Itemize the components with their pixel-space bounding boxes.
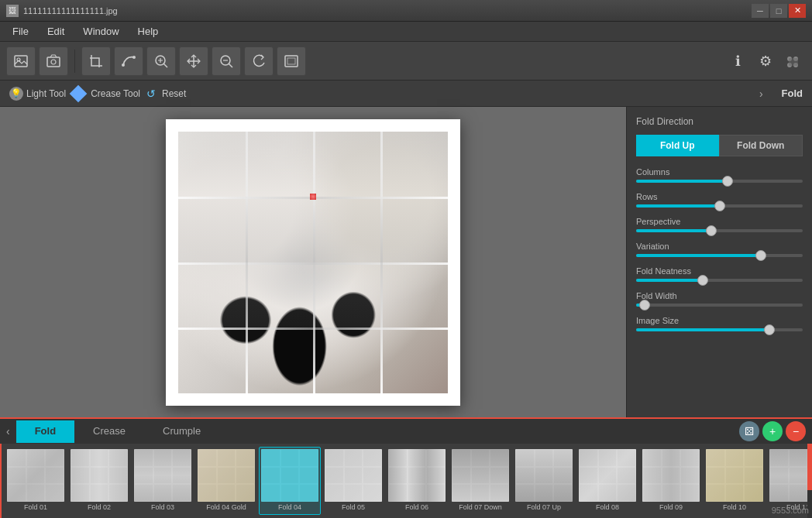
preset-cell [90,467,109,485]
preset-cell [7,449,26,467]
preset-item-fold09[interactable]: Fold 09 [640,447,702,515]
preset-cell [7,484,26,502]
fold-neatness-track[interactable] [636,279,803,282]
fold-width-thumb[interactable] [639,300,650,310]
random-preset-button[interactable]: ⚄ [739,421,759,441]
preset-cell [769,467,789,485]
add-preset-button[interactable]: + [762,421,783,441]
info-button[interactable]: ℹ [725,49,750,74]
image-size-track[interactable] [636,328,803,331]
menu-window[interactable]: Window [74,24,128,39]
light-tool-icon: 💡 [9,87,23,101]
image-wrapper [166,119,460,406]
image-tool-button[interactable] [6,46,36,76]
fold-neatness-slider-group: Fold Neatness [636,266,803,282]
preset-label-fold08: Fold 08 [596,503,619,511]
fold-neatness-thumb[interactable] [697,275,708,286]
preset-cell [426,449,446,467]
fold-down-button[interactable]: Fold Down [719,135,803,156]
preset-cell [471,449,490,467]
preset-cell [26,467,46,485]
preset-item-fold02[interactable]: Fold 02 [68,447,130,515]
tab-bar-chevron[interactable]: ‹ [6,425,10,437]
preset-cell [769,449,789,467]
maximize-button[interactable]: □ [770,4,787,18]
crease-tool-item[interactable]: Crease Tool [72,87,140,100]
close-button[interactable]: ✕ [789,4,806,18]
preset-item-fold07down[interactable]: Fold 07 Down [449,447,511,515]
scrollbar-thumb[interactable] [807,444,812,490]
preset-item-fold04gold[interactable]: Fold 04 Gold [195,447,257,515]
presets-container[interactable]: Fold 01Fold 02Fold 03Fold 04 GoldFold 04… [0,444,812,518]
reset-item[interactable]: ↺ Reset [146,87,186,100]
rows-slider-group: Rows [636,192,803,208]
columns-fill [636,180,728,183]
light-tool-item[interactable]: 💡 Light Tool [9,87,66,101]
menu-file[interactable]: File [3,24,38,39]
expand-chevron[interactable]: › [759,87,763,100]
fold-width-label: Fold Width [636,291,803,300]
minimize-button[interactable]: ─ [752,4,769,18]
preset-cell [553,467,573,485]
preset-item-fold05[interactable]: Fold 05 [322,447,384,515]
preset-cell [725,449,745,467]
move-tool-button[interactable] [179,46,208,76]
preset-cell [299,467,318,485]
preset-item-fold08[interactable]: Fold 08 [576,447,638,515]
canvas-area[interactable] [0,107,626,417]
columns-track[interactable] [636,180,803,183]
zoom-out-button[interactable] [212,46,241,76]
dog-image-base [178,132,448,393]
preset-thumb-fold11 [769,449,812,502]
preset-cell [280,467,300,485]
effects-button[interactable] [781,49,806,74]
tab-crease[interactable]: Crease [74,420,144,443]
curve-tool-button[interactable] [114,46,143,76]
preset-cell [789,484,808,502]
menu-help[interactable]: Help [129,24,168,39]
preset-cell [299,484,318,502]
columns-thumb[interactable] [722,176,733,187]
preset-item-fold01[interactable]: Fold 01 [5,447,67,515]
fit-tool-button[interactable] [277,46,306,76]
preset-item-fold07up[interactable]: Fold 07 Up [513,447,575,515]
perspective-track[interactable] [636,229,803,232]
image-size-thumb[interactable] [764,324,775,335]
photo-tool-button[interactable] [39,46,68,76]
preset-thumb-fold01 [7,449,64,502]
preset-cell [261,484,280,502]
tab-crumple[interactable]: Crumple [144,420,219,443]
zoom-in-button[interactable] [146,46,176,76]
variation-thumb[interactable] [755,250,766,261]
preset-cell [45,484,64,502]
preset-cell [769,484,789,502]
preset-item-fold11[interactable]: Fold 11 [767,447,812,515]
svg-rect-14 [789,58,798,66]
rows-thumb[interactable] [714,201,725,211]
preset-cell [598,467,618,485]
preset-item-fold10[interactable]: Fold 10 [704,447,766,515]
fold-width-track[interactable] [636,304,803,307]
preset-item-fold04[interactable]: Fold 04 [259,447,321,515]
preset-cell [408,467,427,485]
remove-preset-button[interactable]: − [786,421,806,441]
variation-track[interactable] [636,254,803,257]
app-icon: 🖼 [6,5,19,17]
settings-button[interactable]: ⚙ [753,49,778,74]
preset-cell [198,484,217,502]
menu-edit[interactable]: Edit [38,24,74,39]
preset-cell [617,449,636,467]
fold-up-button[interactable]: Fold Up [636,135,719,156]
variation-slider-group: Variation [636,242,803,257]
perspective-thumb[interactable] [706,225,717,236]
rows-track[interactable] [636,204,803,208]
preset-cell [662,449,681,467]
tab-fold[interactable]: Fold [16,420,74,443]
preset-item-fold03[interactable]: Fold 03 [132,447,194,515]
crop-tool-button[interactable] [81,46,111,76]
light-tool-label: Light Tool [26,88,66,99]
preset-item-fold06[interactable]: Fold 06 [386,447,448,515]
preset-cell [662,467,681,485]
rotate-tool-button[interactable] [244,46,274,76]
preset-label-fold04gold: Fold 04 Gold [206,503,246,511]
